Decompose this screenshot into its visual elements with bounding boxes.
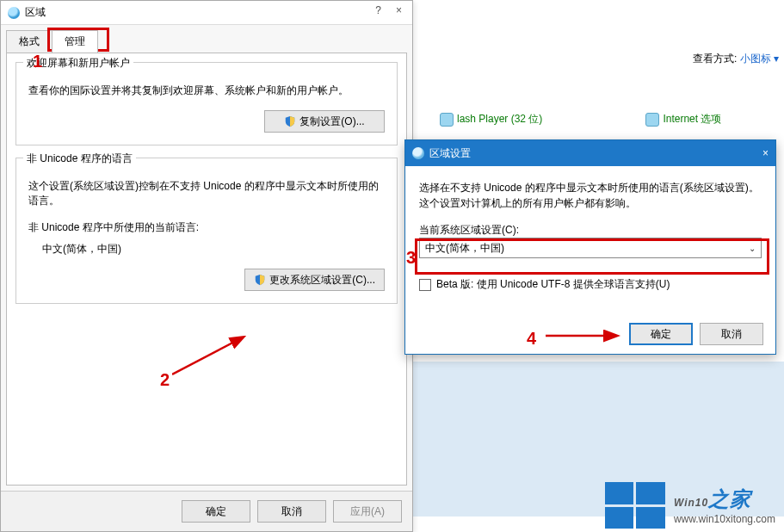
- view-mode-dropdown[interactable]: 小图标 ▾: [740, 53, 779, 65]
- system-locale-combobox[interactable]: 中文(简体，中国) ⌄: [419, 238, 762, 258]
- link-flash-player[interactable]: lash Player (32 位): [440, 112, 542, 127]
- link-internet-options[interactable]: Internet 选项: [645, 112, 721, 127]
- button-label: 复制设置(O)...: [299, 114, 364, 129]
- group-non-unicode: 非 Unicode 程序的语言 这个设置(系统区域设置)控制在不支持 Unico…: [15, 158, 398, 304]
- modal-title: 区域设置: [429, 146, 471, 161]
- windows-logo-icon: [605, 482, 665, 529]
- view-mode-label: 查看方式:: [693, 53, 737, 65]
- flash-icon: [440, 113, 454, 127]
- ok-button[interactable]: 确定: [629, 323, 693, 345]
- group-legend: 欢迎屏幕和新用户帐户: [23, 56, 133, 71]
- current-language-label: 非 Unicode 程序中所使用的当前语言:: [28, 220, 385, 235]
- group-description: 查看你的国际设置并将其复制到欢迎屏幕、系统帐户和新的用户帐户。: [28, 80, 385, 110]
- apply-button: 应用(A): [333, 500, 402, 523]
- group-description: 这个设置(系统区域设置)控制在不支持 Unicode 的程序中显示文本时所使用的…: [28, 176, 385, 220]
- close-button[interactable]: ×: [762, 147, 769, 159]
- current-language-value: 中文(简体，中国): [42, 242, 385, 257]
- region-settings-modal: 区域设置 × 选择在不支持 Unicode 的程序中显示文本时所使用的语言(系统…: [404, 139, 776, 355]
- tab-admin[interactable]: 管理: [52, 30, 98, 53]
- cancel-button[interactable]: 取消: [257, 500, 326, 523]
- globe-icon: [412, 147, 424, 159]
- tab-format[interactable]: 格式: [6, 30, 52, 53]
- link-label: lash Player (32 位): [457, 112, 542, 127]
- cancel-button[interactable]: 取消: [700, 323, 763, 345]
- combo-label: 当前系统区域设置(C):: [419, 223, 762, 238]
- shield-icon: [254, 274, 266, 286]
- button-label: 更改系统区域设置(C)...: [269, 273, 375, 288]
- globe-icon: [8, 7, 20, 19]
- ok-button[interactable]: 确定: [182, 500, 250, 523]
- close-button[interactable]: ×: [391, 1, 407, 20]
- watermark-url: www.win10xitong.com: [674, 513, 775, 525]
- chevron-down-icon: ⌄: [749, 244, 756, 253]
- dialog-title: 区域: [25, 5, 46, 20]
- utf8-beta-checkbox[interactable]: [419, 279, 431, 291]
- group-legend: 非 Unicode 程序的语言: [23, 152, 136, 166]
- modal-description: 选择在不支持 Unicode 的程序中显示文本时所使用的语言(系统区域设置)。这…: [419, 180, 762, 211]
- help-button[interactable]: ?: [370, 1, 386, 20]
- watermark: Win10之家 www.win10xitong.com: [605, 482, 775, 529]
- combo-value: 中文(简体，中国): [425, 241, 504, 256]
- shield-icon: [284, 115, 296, 127]
- copy-settings-button[interactable]: 复制设置(O)...: [264, 110, 385, 133]
- change-system-locale-button[interactable]: 更改系统区域设置(C)...: [244, 269, 385, 291]
- link-label: Internet 选项: [663, 112, 721, 127]
- globe-icon: [645, 113, 659, 127]
- checkbox-label: Beta 版: 使用 Unicode UTF-8 提供全球语言支持(U): [436, 277, 670, 292]
- group-welcome-screen: 欢迎屏幕和新用户帐户 查看你的国际设置并将其复制到欢迎屏幕、系统帐户和新的用户帐…: [15, 62, 398, 145]
- region-dialog: 区域 ? × 格式 管理 欢迎屏幕和新用户帐户 查看你的国际设置并将其复制到欢迎…: [0, 0, 413, 532]
